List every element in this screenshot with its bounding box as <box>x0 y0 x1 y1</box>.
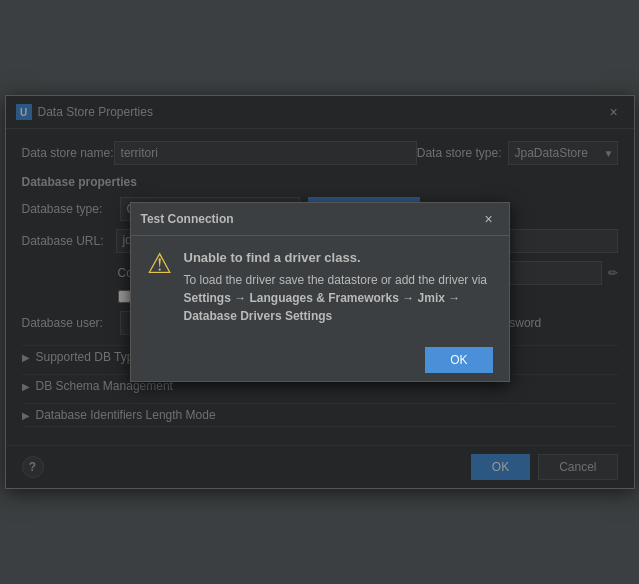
modal-link-text: Settings → Languages & Frameworks → Jmix… <box>184 291 461 323</box>
modal-close-button[interactable]: × <box>479 209 499 229</box>
modal-overlay: Test Connection × ⚠ Unable to find a dri… <box>6 96 634 488</box>
main-dialog: U Data Store Properties × Data store nam… <box>5 95 635 489</box>
modal-main-text: Unable to find a driver class. <box>184 250 493 265</box>
modal-text-block: Unable to find a driver class. To load t… <box>184 250 493 325</box>
modal-sub-text-1: To load the driver save the datastore or… <box>184 273 488 287</box>
test-connection-modal: Test Connection × ⚠ Unable to find a dri… <box>130 202 510 382</box>
modal-title: Test Connection <box>141 212 234 226</box>
modal-body: ⚠ Unable to find a driver class. To load… <box>131 236 509 339</box>
modal-sub-text: To load the driver save the datastore or… <box>184 271 493 325</box>
modal-footer: OK <box>131 339 509 381</box>
warning-icon: ⚠ <box>147 250 172 325</box>
modal-ok-button[interactable]: OK <box>425 347 492 373</box>
modal-title-bar: Test Connection × <box>131 203 509 236</box>
